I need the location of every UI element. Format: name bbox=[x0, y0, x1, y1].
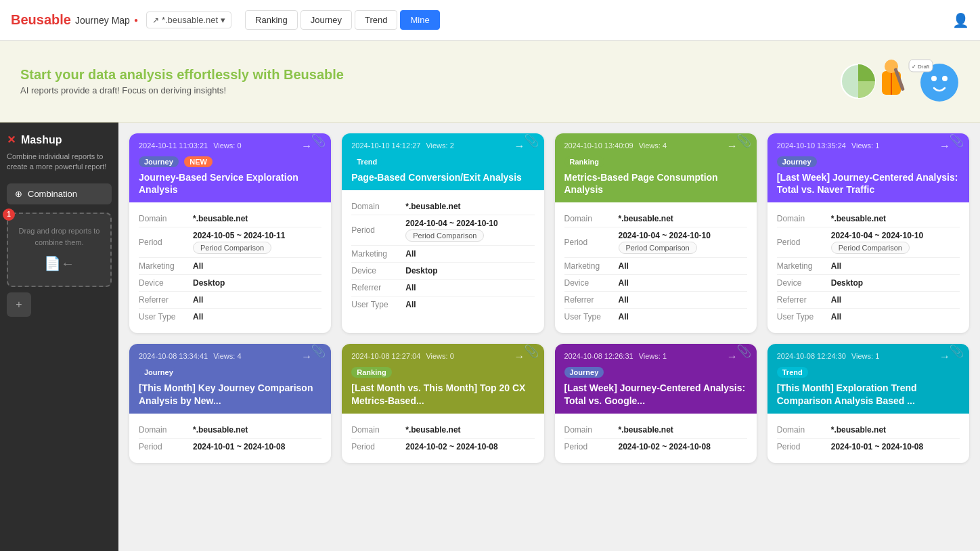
banner-illustration: ✓ Draft bbox=[838, 54, 960, 108]
report-card-4[interactable]: 2024-10-10 13:35:24 Views: 1 → 📎 Journey… bbox=[767, 133, 969, 333]
card-2-domain-row: Domain *.beusable.net bbox=[351, 198, 534, 215]
card-1-period-comparison[interactable]: Period Comparison bbox=[193, 242, 271, 254]
card-2-domain: *.beusable.net bbox=[405, 202, 460, 211]
period-label-7: Period bbox=[564, 442, 619, 451]
nav-tabs: Ranking Journey Trend Mine bbox=[245, 10, 440, 30]
tag-new: NEW bbox=[184, 156, 213, 167]
period-label-4: Period bbox=[777, 238, 831, 247]
site-selector[interactable]: ↗ *.beusable.net ▾ bbox=[146, 12, 231, 28]
tab-ranking[interactable]: Ranking bbox=[245, 10, 298, 30]
report-card-2[interactable]: 2024-10-10 14:12:27 Views: 2 → 📎 Trend P… bbox=[342, 133, 543, 333]
report-card-1[interactable]: 2024-10-11 11:03:21 Views: 0 → 📎 Journey… bbox=[129, 133, 331, 333]
logo-subtitle: Journey Map bbox=[75, 15, 130, 26]
logo-brand: Beusable bbox=[11, 12, 71, 28]
cards-row-1: 2024-10-11 11:03:21 Views: 0 → 📎 Journey… bbox=[129, 133, 969, 333]
card-3-views: Views: 4 bbox=[639, 141, 667, 150]
referrer-label: Referrer bbox=[139, 295, 193, 305]
domain-label-4: Domain bbox=[777, 214, 831, 223]
period-label-5: Period bbox=[139, 442, 193, 451]
tab-journey[interactable]: Journey bbox=[300, 10, 352, 30]
card-3-body: Domain *.beusable.net Period 2024-10-04 … bbox=[555, 202, 757, 333]
tag-trend-8: Trend bbox=[777, 367, 808, 378]
card-6-clip-icon: 📎 bbox=[524, 344, 539, 359]
card-7-domain-row: Domain *.beusable.net bbox=[564, 422, 747, 439]
card-2-clip-icon: 📎 bbox=[524, 133, 539, 148]
report-card-5[interactable]: 2024-10-08 13:34:41 Views: 4 → 📎 Journey… bbox=[129, 344, 331, 462]
card-6-meta: 2024-10-08 12:27:04 Views: 0 bbox=[351, 352, 534, 360]
card-3-device: All bbox=[619, 278, 629, 288]
combination-button[interactable]: ⊕ Combination bbox=[7, 183, 112, 204]
card-3-period-comparison[interactable]: Period Comparison bbox=[619, 242, 697, 254]
card-3-datetime: 2024-10-10 13:40:09 bbox=[564, 141, 633, 150]
card-4-period-comparison[interactable]: Period Comparison bbox=[831, 242, 910, 254]
drop-zone[interactable]: 1 Drag and drop reports to combine them.… bbox=[7, 213, 112, 287]
domain-label-6: Domain bbox=[351, 425, 405, 435]
report-card-6[interactable]: 2024-10-08 12:27:04 Views: 0 → 📎 Ranking… bbox=[342, 344, 543, 462]
card-2-title: Page-Based Conversion/Exit Analysis bbox=[351, 171, 534, 183]
card-7-header: 2024-10-08 12:26:31 Views: 1 → 📎 Journey… bbox=[555, 344, 757, 413]
card-2-referrer-row: Referrer All bbox=[351, 280, 534, 296]
card-7-body: Domain *.beusable.net Period 2024-10-02 … bbox=[555, 414, 757, 463]
card-7-tags: Journey bbox=[564, 366, 747, 382]
card-3-usertype-row: User Type All bbox=[564, 309, 747, 325]
card-2-period-comparison[interactable]: Period Comparison bbox=[405, 229, 484, 242]
card-4-datetime: 2024-10-10 13:35:24 bbox=[777, 141, 846, 150]
card-5-datetime: 2024-10-08 13:34:41 bbox=[139, 352, 208, 360]
report-card-8[interactable]: 2024-10-08 12:24:30 Views: 1 → 📎 Trend [… bbox=[767, 344, 969, 462]
sidebar-title-label: Mashup bbox=[21, 134, 62, 146]
mashup-icon: ✕ bbox=[7, 133, 16, 146]
banner-heading-normal: Start your data analysis bbox=[20, 67, 173, 82]
card-4-clip-icon: 📎 bbox=[949, 133, 964, 148]
card-1-period: 2024-10-05 ~ 2024-10-11 bbox=[193, 231, 285, 240]
logo-dot: ● bbox=[134, 16, 138, 24]
card-5-domain: *.beusable.net bbox=[193, 425, 248, 435]
card-3-marketing: All bbox=[619, 261, 629, 271]
report-card-7[interactable]: 2024-10-08 12:26:31 Views: 1 → 📎 Journey… bbox=[555, 344, 757, 462]
card-1-body: Domain *.beusable.net Period 2024-10-05 … bbox=[129, 202, 331, 333]
tag-trend-2: Trend bbox=[351, 156, 382, 167]
tab-mine[interactable]: Mine bbox=[400, 10, 439, 30]
card-5-clip-icon: 📎 bbox=[311, 344, 326, 359]
card-4-period: 2024-10-04 ~ 2024-10-10 bbox=[831, 231, 923, 240]
card-3-referrer: All bbox=[619, 295, 629, 305]
card-4-period-row: Period 2024-10-04 ~ 2024-10-10 Period Co… bbox=[777, 227, 960, 258]
tag-ranking-6: Ranking bbox=[351, 367, 391, 378]
card-1-marketing: All bbox=[193, 261, 203, 271]
marketing-label-4: Marketing bbox=[777, 261, 831, 271]
tab-trend[interactable]: Trend bbox=[355, 10, 397, 30]
usertype-label: User Type bbox=[139, 312, 193, 322]
banner-subtext: AI reports provide a draft! Focus on der… bbox=[20, 85, 344, 95]
referrer-label-3: Referrer bbox=[564, 295, 619, 305]
card-2-period-row: Period 2024-10-04 ~ 2024-10-10 Period Co… bbox=[351, 215, 534, 246]
card-3-period-row: Period 2024-10-04 ~ 2024-10-10 Period Co… bbox=[564, 227, 747, 258]
card-3-usertype: All bbox=[619, 312, 629, 322]
card-6-period: 2024-10-02 ~ 2024-10-08 bbox=[405, 442, 497, 451]
card-1-period-row: Period 2024-10-05 ~ 2024-10-11 Period Co… bbox=[139, 227, 321, 258]
report-card-3[interactable]: 2024-10-10 13:40:09 Views: 4 → 📎 Ranking… bbox=[555, 133, 757, 333]
card-5-meta: 2024-10-08 13:34:41 Views: 4 bbox=[139, 352, 321, 360]
tag-journey-7: Journey bbox=[564, 367, 604, 378]
chevron-down-icon: ▾ bbox=[221, 15, 225, 25]
card-4-usertype: All bbox=[831, 312, 841, 322]
drop-badge: 1 bbox=[3, 208, 15, 221]
card-2-usertype: All bbox=[405, 300, 416, 309]
user-icon[interactable]: 👤 bbox=[952, 12, 969, 28]
card-2-views: Views: 2 bbox=[426, 141, 453, 150]
card-7-domain: *.beusable.net bbox=[619, 425, 673, 435]
banner-heading-highlight: effortlessly with Beusable bbox=[177, 67, 344, 82]
usertype-label-3: User Type bbox=[564, 312, 619, 322]
device-label-3: Device bbox=[564, 278, 619, 288]
card-6-header: 2024-10-08 12:27:04 Views: 0 → 📎 Ranking… bbox=[342, 344, 543, 413]
card-7-title: [Last Week] Journey-Centered Analysis: T… bbox=[564, 382, 747, 406]
tag-journey: Journey bbox=[139, 156, 179, 167]
card-5-period-row: Period 2024-10-01 ~ 2024-10-08 bbox=[139, 439, 321, 455]
drop-zone-text: Drag and drop reports to combine them. bbox=[16, 225, 102, 248]
card-6-domain-row: Domain *.beusable.net bbox=[351, 422, 534, 439]
card-2-device: Desktop bbox=[405, 266, 437, 276]
card-1-referrer: All bbox=[193, 295, 203, 305]
sidebar-add-button[interactable]: + bbox=[7, 292, 31, 317]
marketing-label-3: Marketing bbox=[564, 261, 619, 271]
card-6-views: Views: 0 bbox=[426, 352, 453, 360]
card-1-domain-row: Domain *.beusable.net bbox=[139, 211, 321, 227]
card-3-device-row: Device All bbox=[564, 275, 747, 292]
